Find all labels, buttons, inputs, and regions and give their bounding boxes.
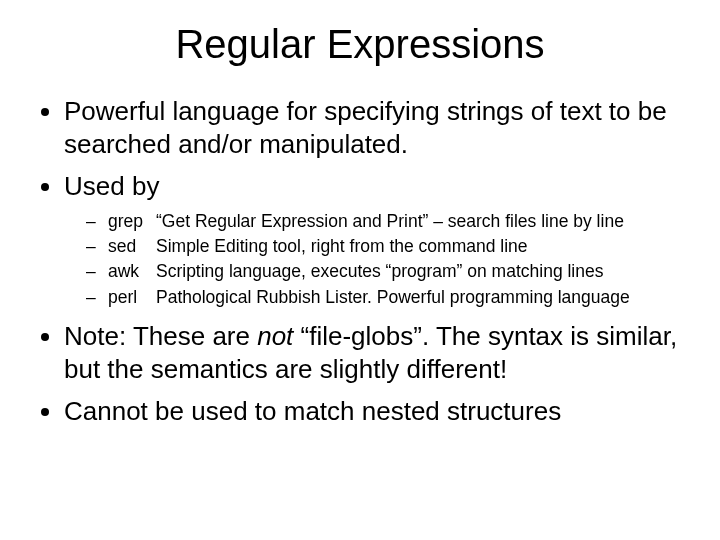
bullet-4: Cannot be used to match nested structure… bbox=[64, 395, 686, 428]
bullet-2: Used by grep“Get Regular Expression and … bbox=[64, 170, 686, 310]
tool-name: sed bbox=[108, 234, 156, 259]
slide: Regular Expressions Powerful language fo… bbox=[0, 0, 720, 540]
bullet-list: Powerful language for specifying strings… bbox=[34, 95, 686, 428]
tool-desc: Scripting language, executes “program” o… bbox=[156, 261, 603, 281]
tool-desc: Simple Editing tool, right from the comm… bbox=[156, 236, 528, 256]
slide-title: Regular Expressions bbox=[34, 22, 686, 67]
tool-sed: sedSimple Editing tool, right from the c… bbox=[86, 234, 686, 259]
bullet-1: Powerful language for specifying strings… bbox=[64, 95, 686, 160]
tool-list: grep“Get Regular Expression and Print” –… bbox=[64, 209, 686, 311]
tool-name: grep bbox=[108, 209, 156, 234]
tool-awk: awkScripting language, executes “program… bbox=[86, 259, 686, 284]
bullet-3-not: not bbox=[257, 321, 293, 351]
tool-name: awk bbox=[108, 259, 156, 284]
tool-desc: “Get Regular Expression and Print” – sea… bbox=[156, 211, 624, 231]
bullet-2-text: Used by bbox=[64, 171, 159, 201]
bullet-3-a: Note: These are bbox=[64, 321, 257, 351]
tool-grep: grep“Get Regular Expression and Print” –… bbox=[86, 209, 686, 234]
tool-desc: Pathological Rubbish Lister. Powerful pr… bbox=[156, 287, 630, 307]
bullet-3: Note: These are not “file-globs”. The sy… bbox=[64, 320, 686, 385]
tool-name: perl bbox=[108, 285, 156, 310]
tool-perl: perlPathological Rubbish Lister. Powerfu… bbox=[86, 285, 686, 310]
